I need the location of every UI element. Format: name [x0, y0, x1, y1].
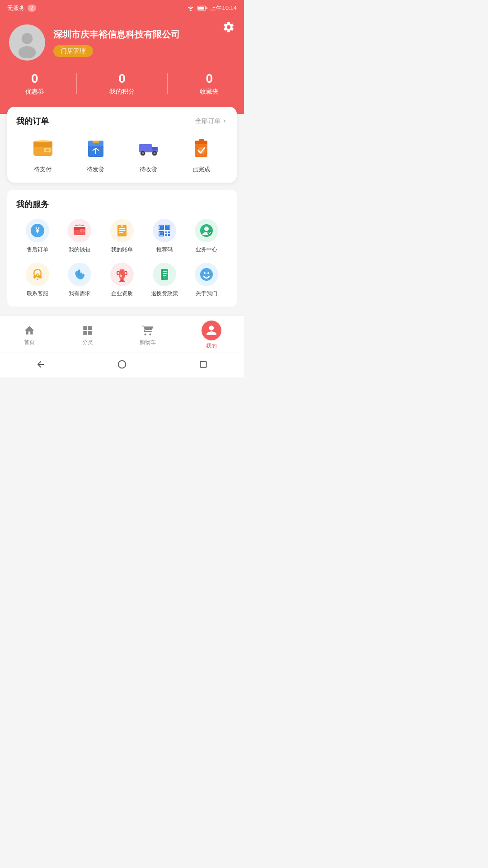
back-button[interactable]: [34, 358, 47, 371]
stat-coupons-value: 0: [31, 71, 38, 86]
nav-home[interactable]: 首页: [23, 324, 36, 346]
svg-point-19: [153, 152, 155, 155]
service-customer[interactable]: 联系客服: [16, 263, 59, 297]
order-completed[interactable]: 已完成: [189, 136, 214, 174]
stat-points[interactable]: 0 我的积分: [109, 71, 135, 96]
svg-rect-43: [165, 234, 167, 236]
box-icon: [83, 136, 108, 161]
service-about-label: 关于我们: [196, 290, 217, 297]
svg-point-5: [19, 46, 36, 58]
battery-icon: [197, 5, 207, 11]
stat-coupons[interactable]: 0 优惠券: [25, 71, 44, 96]
home-button[interactable]: [115, 358, 129, 371]
service-wallet[interactable]: 我的钱包: [59, 219, 101, 254]
svg-rect-56: [162, 269, 163, 280]
svg-point-60: [200, 268, 213, 281]
service-wallet-label: 我的钱包: [69, 246, 90, 254]
stat-favorites-value: 0: [206, 71, 213, 86]
recents-button[interactable]: [197, 358, 210, 371]
svg-point-9: [46, 149, 49, 151]
services-grid: ¥ 售后订单 我的钱包: [16, 219, 228, 297]
check-icon: [189, 136, 214, 161]
order-pending-payment[interactable]: 待支付: [30, 136, 56, 174]
bill-icon: ¥: [110, 219, 134, 242]
services-section: 我的服务 ¥ 售后订单 我的钱包: [7, 190, 237, 307]
avatar: [9, 24, 45, 61]
service-qualification[interactable]: 企业资质: [101, 263, 143, 297]
svg-point-4: [22, 33, 33, 44]
orders-title: 我的订单: [16, 116, 49, 127]
svg-rect-22: [199, 139, 204, 142]
svg-rect-7: [33, 142, 52, 147]
svg-point-46: [204, 226, 209, 231]
services-title: 我的服务: [16, 199, 228, 210]
store-badge[interactable]: 门店管理: [53, 45, 93, 57]
status-left: 无服务 2: [7, 4, 36, 12]
business-icon: [195, 219, 218, 242]
service-demand-label: 我有需求: [69, 290, 90, 297]
grid-icon: [81, 324, 94, 337]
orders-header: 我的订单 全部订单: [16, 116, 228, 127]
time-text: 上午10:14: [210, 4, 237, 12]
service-customer-label: 联系客服: [27, 290, 48, 297]
svg-point-62: [207, 272, 209, 274]
book-icon: [153, 263, 176, 286]
service-about[interactable]: 关于我们: [185, 263, 228, 297]
stat-coupons-label: 优惠券: [25, 88, 44, 96]
orders-grid: 待支付 待发货: [16, 136, 228, 174]
service-bill-label: 我的账单: [111, 246, 133, 254]
service-bill[interactable]: ¥ 我的账单: [101, 219, 143, 254]
headset-icon: [26, 263, 49, 286]
nav-mine[interactable]: 我的: [202, 321, 221, 350]
svg-rect-12: [93, 141, 99, 143]
stat-points-value: 0: [118, 71, 126, 86]
order-completed-label: 已完成: [192, 165, 210, 174]
android-nav: [0, 353, 244, 377]
svg-point-17: [141, 152, 144, 155]
nav-home-label: 首页: [24, 339, 35, 346]
svg-rect-42: [168, 231, 170, 233]
svg-rect-49: [33, 275, 36, 278]
order-pending-ship[interactable]: 待发货: [83, 136, 108, 174]
company-name: 深圳市庆丰裕信息科技有限公司: [53, 28, 180, 41]
smile-icon: [195, 263, 218, 286]
svg-rect-41: [165, 231, 167, 233]
service-return-policy[interactable]: 退换货政策: [143, 263, 186, 297]
svg-rect-40: [160, 232, 163, 235]
nav-category[interactable]: 分类: [81, 324, 94, 346]
service-business-label: 业务中心: [196, 246, 217, 254]
wallet2-icon: [68, 219, 91, 242]
svg-rect-2: [206, 7, 208, 9]
yuan-circle-icon: ¥: [26, 219, 49, 242]
svg-point-63: [118, 361, 126, 368]
order-pending-payment-label: 待支付: [34, 165, 52, 174]
profile-row: 深圳市庆丰裕信息科技有限公司 门店管理: [9, 24, 235, 61]
header-section: 深圳市庆丰裕信息科技有限公司 门店管理 0 优惠券 0 我的积分 0 收藏夹: [0, 16, 244, 114]
nav-cart-label: 购物车: [140, 339, 156, 346]
service-referral[interactable]: 推荐码: [143, 219, 186, 254]
service-after-sale-label: 售后订单: [27, 246, 48, 254]
svg-point-51: [37, 278, 38, 280]
order-pending-receive-label: 待收货: [140, 165, 157, 174]
svg-rect-44: [168, 234, 170, 236]
svg-rect-36: [160, 226, 163, 229]
status-right: 上午10:14: [187, 4, 237, 12]
order-pending-ship-label: 待发货: [87, 165, 104, 174]
svg-text:¥: ¥: [121, 225, 123, 228]
nav-cart[interactable]: 购物车: [140, 324, 156, 346]
wifi-icon: [187, 5, 195, 11]
stat-favorites[interactable]: 0 收藏夹: [200, 71, 219, 96]
service-business[interactable]: 业务中心: [185, 219, 228, 254]
status-bar: 无服务 2 上午10:14: [0, 0, 244, 16]
service-demand[interactable]: 我有需求: [59, 263, 101, 297]
orders-all-button[interactable]: 全部订单: [195, 117, 228, 125]
svg-rect-38: [166, 226, 169, 229]
qr-icon: [153, 219, 176, 242]
service-return-policy-label: 退换货政策: [151, 290, 178, 297]
service-after-sale[interactable]: ¥ 售后订单: [16, 219, 59, 254]
bottom-nav: 首页 分类 购物车 我的: [0, 316, 244, 353]
settings-icon[interactable]: [222, 21, 235, 37]
svg-rect-54: [119, 281, 125, 282]
nav-category-label: 分类: [82, 339, 93, 346]
order-pending-receive[interactable]: 待收货: [136, 136, 161, 174]
